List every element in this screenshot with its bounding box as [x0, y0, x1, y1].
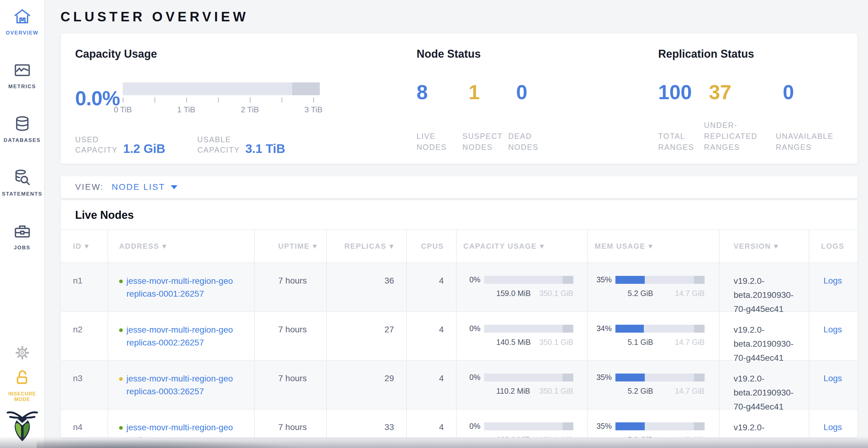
version-line: beta.20190930- [734, 288, 806, 302]
view-dropdown[interactable]: NODE LIST [112, 182, 178, 192]
insecure-mode-label: INSECURE MODE [0, 391, 44, 402]
node-cpus-cell: 4 [407, 410, 457, 438]
node-logs-cell: Logs [809, 312, 856, 360]
capacity-usage-bar: 0 TiB1 TiB2 TiB3 TiB [123, 82, 320, 114]
logs-link[interactable]: Logs [824, 276, 842, 311]
column-header-replicas[interactable]: REPLICAS▼ [327, 230, 407, 263]
logs-link[interactable]: Logs [824, 374, 842, 409]
used-capacity-label: USED CAPACITY [75, 134, 118, 155]
total-ranges-label: TOTAL RANGES [658, 131, 704, 152]
node-mem-usage-cell: 35% 5.2 GiB 14.7 GiB [588, 410, 719, 438]
capacity-bar [484, 325, 573, 333]
logs-link[interactable]: Logs [824, 325, 842, 360]
node-uptime-cell: 7 hours [255, 410, 327, 438]
column-header-label: CAPACITY USAGE [463, 242, 537, 250]
version-line: beta.20190930- [734, 435, 806, 438]
node-address-cell: jesse-movr-multi-region-geo replicas-000… [108, 312, 255, 360]
node-address-link[interactable]: jesse-movr-multi-region-geo [126, 374, 233, 383]
sidebar-item-jobs[interactable]: JOBS [0, 222, 44, 251]
mem-percent: 34% [595, 324, 612, 333]
node-id-cell: n1 [61, 263, 108, 311]
unavailable-ranges-count: 0 [783, 80, 853, 104]
sidebar-item-databases[interactable]: DATABASES [0, 115, 44, 143]
column-header-address[interactable]: ADDRESS▼ [108, 230, 255, 263]
node-address-link-line2[interactable]: replicas-0002:26257 [126, 338, 204, 347]
node-version-cell: v19.2.0- beta.20190930- 70-g445ec41 [719, 361, 809, 409]
mem-total-value: 14.7 GiB [675, 436, 705, 438]
node-address-link[interactable]: jesse-movr-multi-region-geo [126, 276, 233, 286]
axis-tick-label: 1 TiB [177, 105, 195, 114]
capacity-percent: 0% [464, 373, 480, 382]
sort-caret-icon: ▼ [648, 243, 653, 249]
axis-tick [123, 98, 123, 103]
mem-total-value: 14.7 GiB [675, 338, 705, 347]
node-address-link-line2[interactable]: replicas-0003:26257 [126, 387, 204, 396]
column-header-uptime[interactable]: UPTIME▼ [255, 230, 327, 263]
node-cpus-cell: 4 [407, 263, 457, 311]
sidebar-item-label: DATABASES [0, 137, 44, 143]
column-header-logs: LOGS [809, 230, 856, 263]
column-header-label: VERSION [734, 242, 771, 250]
node-capacity-usage-cell: 0% 110.2 MiB 350.1 GiB [457, 361, 588, 409]
node-address-link[interactable]: jesse-movr-multi-region-geo [126, 423, 233, 432]
live-nodes-title: Live Nodes [75, 209, 857, 221]
axis-tick [250, 98, 250, 103]
node-address-link-line2[interactable]: replicas-0001:26257 [126, 289, 204, 299]
sidebar-item-statements[interactable]: STATEMENTS [0, 168, 44, 197]
node-uptime-cell: 7 hours [255, 312, 327, 360]
node-replicas-cell: 33 [327, 410, 407, 438]
column-header-label: MEM USAGE [595, 242, 645, 250]
node-status-section: Node Status 8 1 0 LIVE NODES SUSPECT NOD… [416, 47, 577, 152]
unavailable-ranges-label: UNAVAILABLE RANGES [776, 131, 846, 152]
capacity-percent: 0% [464, 324, 480, 333]
capacity-used-value: 140.5 MiB [496, 338, 531, 347]
main-content: CLUSTER OVERVIEW Capacity Usage 0.0% 0 T… [45, 0, 868, 448]
node-address-link[interactable]: jesse-movr-multi-region-geo [126, 325, 233, 335]
home-icon [13, 21, 31, 27]
node-id-cell: n2 [61, 312, 108, 360]
node-address-cell: jesse-movr-multi-region-geo replicas-000… [108, 263, 255, 311]
capacity-bar [484, 374, 573, 381]
axis-tick-label: 0 TiB [114, 105, 132, 114]
node-address-link-line2[interactable]: replicas-0004:26257 [126, 436, 204, 438]
metrics-icon [13, 75, 31, 80]
version-line: v19.2.0- [734, 372, 806, 386]
settings-gear-button[interactable] [0, 344, 44, 363]
view-selector-bar: VIEW: NODE LIST [60, 176, 858, 198]
mem-total-value: 14.7 GiB [675, 387, 705, 395]
usable-capacity-value: 3.1 TiB [245, 142, 285, 156]
under-replicated-ranges-label: UNDER-REPLICATED RANGES [704, 119, 776, 152]
node-status-dot [119, 377, 123, 381]
mem-bar [615, 325, 705, 333]
cluster-summary-card: Capacity Usage 0.0% 0 TiB1 TiB2 TiB3 TiB… [60, 33, 858, 164]
sidebar-item-metrics[interactable]: METRICS [0, 61, 44, 90]
column-header-label: CPUS [421, 242, 444, 250]
capacity-percent: 0% [464, 275, 480, 284]
replication-status-title: Replication Status [658, 47, 853, 61]
column-header-id[interactable]: ID▼ [61, 230, 108, 263]
cockroachdb-bug-logo[interactable] [0, 408, 44, 444]
sort-caret-icon: ▼ [162, 243, 167, 249]
capacity-usage-section: Capacity Usage 0.0% 0 TiB1 TiB2 TiB3 TiB… [75, 47, 380, 155]
insecure-mode-indicator[interactable]: INSECURE MODE [0, 369, 44, 402]
dead-nodes-count: 0 [516, 80, 577, 104]
chevron-down-icon [171, 185, 178, 189]
column-header-mem-usage[interactable]: MEM USAGE▼ [588, 230, 719, 263]
sort-caret-icon: ▼ [390, 243, 394, 249]
sidebar: OVERVIEW METRICS DATABASES [0, 0, 45, 448]
node-mem-usage-cell: 34% 5.1 GiB 14.7 GiB [588, 312, 719, 360]
column-header-version[interactable]: VERSION▼ [719, 230, 809, 263]
table-row: n4 jesse-movr-multi-region-geo replicas-… [61, 410, 857, 438]
column-header-label: REPLICAS [344, 242, 386, 250]
logs-link[interactable]: Logs [824, 422, 842, 438]
table-row: n3 jesse-movr-multi-region-geo replicas-… [61, 361, 857, 410]
under-replicated-ranges-count: 37 [709, 80, 783, 104]
jobs-icon [13, 236, 31, 241]
node-uptime-cell: 7 hours [255, 361, 327, 409]
node-logs-cell: Logs [809, 410, 856, 438]
database-icon [13, 129, 31, 134]
node-status-dot [119, 426, 123, 430]
sidebar-item-overview[interactable]: OVERVIEW [0, 7, 44, 36]
capacity-axis-ticks [123, 98, 320, 104]
column-header-capacity-usage[interactable]: CAPACITY USAGE▼ [457, 230, 588, 263]
